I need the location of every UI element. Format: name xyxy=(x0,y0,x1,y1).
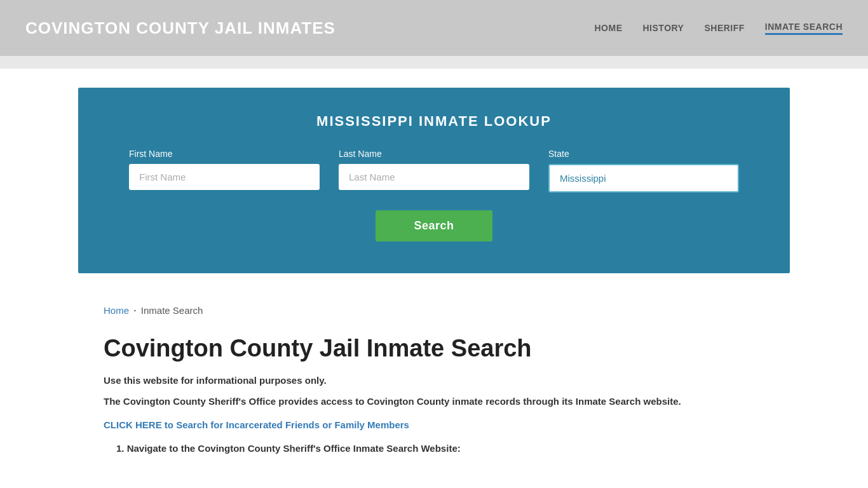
breadcrumb-current-page: Inmate Search xyxy=(141,305,203,316)
first-name-label: First Name xyxy=(129,149,320,159)
nav-item-sheriff[interactable]: SHERIFF xyxy=(704,23,744,33)
search-button[interactable]: Search xyxy=(376,210,492,241)
nav-item-home[interactable]: HOME xyxy=(595,23,623,33)
nav-item-inmate-search[interactable]: INMATE SEARCH xyxy=(765,22,843,35)
info-line-2: The Covington County Sheriff's Office pr… xyxy=(104,395,764,409)
inmate-lookup-section: MISSISSIPPI INMATE LOOKUP First Name Las… xyxy=(78,88,790,273)
click-here-link[interactable]: CLICK HERE to Search for Incarcerated Fr… xyxy=(104,419,764,430)
first-name-group: First Name xyxy=(129,149,320,193)
breadcrumb-separator: • xyxy=(134,308,136,313)
sub-header-bar xyxy=(0,56,868,69)
info-line-1: Use this website for informational purpo… xyxy=(104,375,764,386)
breadcrumb: Home • Inmate Search xyxy=(104,292,764,335)
state-input[interactable] xyxy=(548,164,739,193)
main-nav: HOME HISTORY SHERIFF INMATE SEARCH xyxy=(595,22,843,35)
page-heading: Covington County Jail Inmate Search xyxy=(104,335,764,362)
lookup-title: MISSISSIPPI INMATE LOOKUP xyxy=(129,113,739,130)
nav-item-history[interactable]: HISTORY xyxy=(643,23,684,33)
state-group: State xyxy=(548,149,739,193)
site-title: COVINGTON COUNTY JAIL INMATES xyxy=(25,18,336,38)
last-name-group: Last Name xyxy=(339,149,529,193)
step-1: 1. Navigate to the Covington County Sher… xyxy=(116,443,764,454)
first-name-input[interactable] xyxy=(129,164,320,190)
breadcrumb-home-link[interactable]: Home xyxy=(104,305,129,316)
search-form-row: First Name Last Name State xyxy=(129,149,739,193)
content-area: Home • Inmate Search Covington County Ja… xyxy=(78,292,790,479)
search-button-row: Search xyxy=(129,210,739,241)
site-header: COVINGTON COUNTY JAIL INMATES HOME HISTO… xyxy=(0,0,868,56)
state-label: State xyxy=(548,149,739,159)
last-name-label: Last Name xyxy=(339,149,529,159)
last-name-input[interactable] xyxy=(339,164,529,190)
